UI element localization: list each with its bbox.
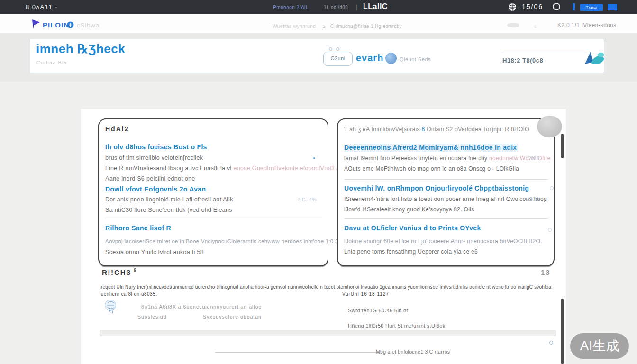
pager-indicator[interactable]: 13: [541, 268, 551, 276]
brand-name[interactable]: PILOIN: [43, 21, 69, 29]
section-heading: RI!CH39: [102, 268, 137, 276]
card-text-line: lJolore snongr 60e el lce ro Ljo'oooeere…: [344, 238, 542, 245]
toolbar-version-label: K2.0 1/1 IVlaen-sdons: [557, 22, 616, 28]
card-header-line: Ƭ ah ʒ ʀA tmmlibnvVe[sorais 6 Onlain S2 …: [344, 126, 531, 133]
card-link[interactable]: Davu at OLficler Vanius d to Prints OYvc…: [344, 224, 481, 232]
globe-icon[interactable]: [508, 3, 517, 11]
table-right-row2: Hñeng 1lfl0r50 Hurt St me/unint s.Ul6ok: [348, 323, 446, 328]
page-title: imneh ℞Ʒheck: [36, 42, 125, 56]
card-badge: T8ll8: [528, 155, 539, 161]
table-row2-col2: Syxouvsdlore oboa.an: [203, 314, 262, 319]
news-card: Ƭ ah ʒ ʀA tmmlibnvVe[sorais 6 Onlain S2 …: [337, 118, 555, 266]
ai-watermark: AI生成: [570, 333, 629, 359]
page-header-card: imneh ℞Ʒheck Ciiilina Btx C2uni evarh Ql…: [30, 39, 604, 73]
brand-suffix-label: cSlbwa: [77, 22, 100, 29]
topbar-accent-bar: [573, 3, 575, 10]
body-paragraph-line2: luenlienr ca 8l on a8035.: [100, 291, 157, 297]
address-bar-text[interactable]: C dmucnu@firlae 1 Hg eomrcby: [330, 24, 402, 29]
card-title: HdAl2: [105, 125, 129, 133]
card-text-line: Scexia onno Ymilc tvlrct ankoa ti 58: [105, 249, 204, 255]
browser-toolbar: PILOIN cSlbwa Wuetras wynnrund ≥ C dmucn…: [0, 14, 637, 33]
card-link[interactable]: Dowll vfovt Eofgovnls 2o Avan: [105, 185, 206, 193]
user-name-label: Qleuot Seds: [400, 56, 431, 62]
topbar-time: 15/06: [522, 3, 543, 10]
page-subtitle: Ciiilina Btx: [36, 60, 67, 65]
card-text-line: Fine R nmVfnaliesand Ibsog a Ivc Fnasfli…: [105, 165, 367, 172]
brand-flag-icon[interactable]: [31, 19, 41, 29]
card-text-main: lamat l9emnt fino Pereeoss tinytetd en o…: [344, 155, 489, 162]
blue-ring-icon[interactable]: [549, 341, 553, 345]
card-text-line: Sa ntiC30 llore Sone'een tlok (ved ofid …: [105, 207, 232, 213]
system-clock: 8 0ʌA11 ·: [26, 3, 58, 10]
topbar-separator: |: [356, 3, 357, 10]
tab-mini-icons: [329, 44, 348, 49]
gray-blob-decoration: [537, 116, 562, 137]
main-content-panel: HdAl2 Ih olv d8hos foeises Bost o Fls br…: [81, 109, 566, 364]
card-text-line: ISreenern4-'ntira fort fisto a toebt oon…: [344, 196, 547, 202]
card-divider: [344, 218, 548, 219]
scrollbar-thumb[interactable]: [561, 134, 564, 158]
card-badge: EG. 4%: [298, 197, 317, 202]
cloud-icon: [507, 23, 519, 27]
mini-circle-icon: [329, 47, 332, 51]
blue-dot-icon: [313, 157, 315, 159]
table-row2-col1: Suoslesiud: [137, 314, 166, 319]
topbar-app-name: LLallC: [363, 2, 388, 11]
card-link[interactable]: Ih olv d8hos foeises Bost o Fls: [105, 143, 207, 151]
page-header-band: imneh ℞Ʒheck Ciiilina Btx C2uni evarh Ql…: [0, 33, 637, 82]
card-header-suffix: Onlain S2 oVerlodea Tor)nju: R 8HOIO:: [425, 126, 531, 133]
topbar-action-button[interactable]: Тхеш: [580, 4, 603, 11]
section-heading-text: RI!CH3: [102, 268, 131, 276]
card-divider: [344, 179, 548, 180]
footer-note: Mbg a et bnlolocne1 3 C rtarros: [376, 349, 450, 355]
card-text-line: AOuts eme MoFtinlwoh olo mog onn ic an o…: [344, 165, 519, 172]
card-badge: 1B20:: [527, 196, 541, 202]
body-paragraph: Irequot Uln Nary tner(mlincuvdetranmunic…: [100, 284, 558, 290]
card-text-faded: noednnetw Wowv Ofire: [489, 155, 551, 162]
card-divider: [105, 219, 322, 219]
table-row1-main: 6o1na A6il8X a.6uencculennnygurert an al…: [141, 304, 262, 309]
seal-icon: [104, 299, 118, 314]
topbar-status-text: 1L odi/d08: [324, 5, 348, 10]
card-link[interactable]: Uovemhi lW. onRhmpon Onjourliryoolé Cbpp…: [344, 184, 529, 192]
card-text-line: lJow'd l4Seraleeit knoy guod Ke'sovynya …: [344, 206, 474, 213]
footer-divider: [215, 352, 379, 353]
search-keyword[interactable]: evarh: [356, 53, 383, 64]
card-text-line: brus of tim slrrelibio veloteln[reciiek: [105, 155, 203, 161]
header-tab[interactable]: C2uni: [323, 52, 353, 66]
system-top-bar: 8 0ʌA11 · Pmoooon 2/AiL 1L odi/d08 | LLa…: [0, 0, 637, 14]
clock-icon[interactable]: [553, 3, 560, 10]
topbar-faint-label: Pmoooon 2/AiL: [273, 5, 309, 10]
ring-icon[interactable]: [548, 228, 552, 232]
card-text-line: Aane lnerd S6 peiclinl ednot one: [105, 175, 195, 182]
section-heading-sup: 9: [134, 268, 137, 273]
decorative-illustration: [583, 49, 605, 68]
caret-icon: ≥: [323, 24, 326, 29]
card-text-main: Fine R nmVfnaliesand Ibsog a Ivc Fnasfli…: [105, 165, 232, 172]
table-empty-row: [100, 330, 556, 336]
card-link[interactable]: Deeeenneolns Afrerd2 Momlryam& nnh16doe …: [344, 144, 518, 152]
brand-badge-icon: [67, 21, 74, 28]
toolbar-small-status: c: [534, 24, 537, 29]
card-text-line: Dor anis pneo liogololé mie Lafl ofresli…: [105, 196, 233, 203]
card-link[interactable]: Rilhoro Sane lisof R: [105, 224, 171, 232]
toolbar-menu-label[interactable]: Wuetras wynnrund: [273, 24, 316, 29]
stat-value: H18:2 T8(0c8: [502, 57, 543, 64]
mini-circle-icon: [336, 47, 339, 51]
table-right-row1: Swrd:ten1G 6lC46 6lb ot: [348, 308, 408, 313]
card-text-line: lamat l9emnt fino Pereeoss tinytetd en o…: [344, 155, 551, 162]
scrollbar-thumb[interactable]: [561, 299, 564, 364]
stat-divider: [502, 53, 586, 53]
deals-card: HdAl2 Ih olv d8hos foeises Bost o Fls br…: [98, 118, 328, 266]
topbar-blue-tile[interactable]: [608, 4, 617, 10]
ring-icon[interactable]: [550, 186, 554, 190]
card-text-line: Lnia pene toms fonsatlhmg Ueporer cola y…: [344, 248, 478, 255]
card-text-line: Aovpoj iacoiserlSce tnlret oe in Booe Vn…: [105, 238, 345, 244]
avatar[interactable]: [385, 53, 397, 64]
date-text: VarUnl 16 18 1127: [342, 291, 389, 297]
card-header-prefix: Ƭ ah ʒ ʀA tmmlibnvVe[sorais: [344, 126, 422, 133]
